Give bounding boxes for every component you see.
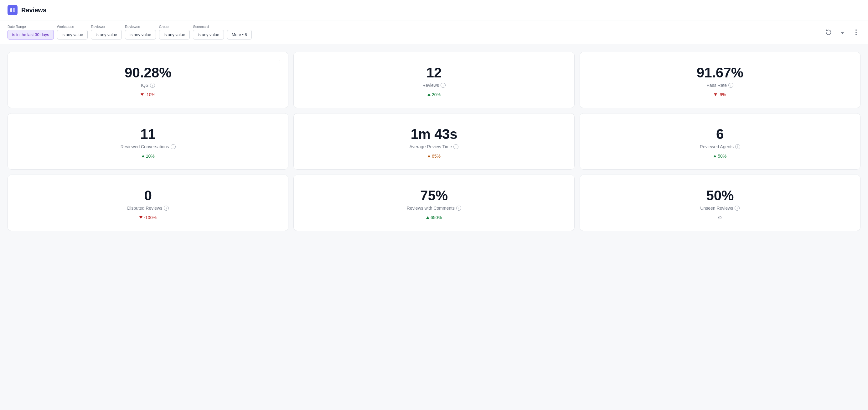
metric-change: ∅ [718,215,722,220]
metric-card: 75% Reviews with Comments i 650% [293,175,574,231]
metric-card: 11 Reviewed Conversations i 10% [7,113,288,170]
reviewer-label: Reviewer [91,25,122,29]
group-label: Group [159,25,190,29]
metric-label-text: Reviewed Conversations [121,144,169,149]
metric-value: 90.28% [125,65,171,80]
trend-down-icon [714,93,717,96]
trend-down-icon [141,93,144,96]
metric-value: 75% [420,188,448,203]
more-actions-button[interactable] [852,28,861,37]
metric-change: 65% [427,154,441,158]
filter-reviewee-group: Reviewee is any value [125,25,156,39]
date-range-filter[interactable]: is in the last 30 days [7,30,54,39]
svg-rect-1 [13,8,15,10]
metric-card: 91.67% Pass Rate i -9% [580,52,861,108]
metric-label-text: Pass Rate [707,83,727,88]
change-value: ∅ [718,215,722,220]
info-icon[interactable]: i [735,206,740,211]
metric-value: 1m 43s [410,127,457,142]
change-value: -10% [145,92,155,97]
metric-label-text: Unseen Reviews [700,206,733,211]
scorecard-label: Scorecard [193,25,224,29]
metric-change: 20% [427,92,441,97]
svg-rect-2 [13,10,15,12]
group-filter[interactable]: is any value [159,30,190,39]
metric-label: Reviews i [423,83,445,88]
workspace-label: Workspace [57,25,88,29]
info-icon[interactable]: i [170,144,176,149]
info-icon[interactable]: i [454,144,458,149]
trend-up-icon [426,216,429,219]
more-filters-button[interactable]: More • 8 [227,30,252,39]
workspace-filter[interactable]: is any value [57,30,88,39]
svg-rect-0 [10,8,12,12]
metric-card: 12 Reviews i 20% [293,52,574,108]
svg-point-6 [856,29,857,31]
page-title: Reviews [21,7,46,14]
metric-change: 10% [142,154,155,158]
trend-down-icon [140,216,143,219]
metric-label-text: IQS [141,83,148,88]
metric-value: 0 [144,188,152,203]
metrics-grid: ⋮ 90.28% IQS i -10% 12 Reviews i 20% 91.… [7,52,861,231]
metric-label: IQS i [141,83,155,88]
metric-label-text: Reviewed Agents [700,144,734,149]
trend-up-icon [427,93,431,96]
filter-bar: Date Range is in the last 30 days Worksp… [0,20,868,44]
metric-value: 6 [716,127,724,142]
metric-label: Reviewed Agents i [700,144,740,149]
filter-toggle-button[interactable] [838,28,847,37]
trend-up-icon [713,155,716,157]
filter-workspace-group: Workspace is any value [57,25,88,39]
info-icon[interactable]: i [441,83,445,88]
svg-point-7 [856,32,857,33]
info-icon[interactable]: i [728,83,733,88]
change-value: 50% [718,154,726,158]
filter-scorecard-group: Scorecard is any value [193,25,224,39]
filter-actions [824,28,861,37]
change-value: 65% [432,154,441,158]
metric-card: 1m 43s Average Review Time i 65% [293,113,574,170]
metric-change: -10% [141,92,155,97]
reviewee-filter[interactable]: is any value [125,30,156,39]
sidebar-toggle-icon[interactable] [7,5,18,15]
filter-date-range-group: Date Range is in the last 30 days [7,25,54,39]
metric-label: Reviews with Comments i [407,206,461,211]
info-icon[interactable]: i [150,83,155,88]
filter-group-group: Group is any value [159,25,190,39]
main-content: ⋮ 90.28% IQS i -10% 12 Reviews i 20% 91.… [0,44,868,238]
info-icon[interactable]: i [164,206,169,211]
metric-change: -9% [714,92,726,97]
change-value: 650% [431,215,442,220]
metric-label-text: Average Review Time [410,144,452,149]
change-value: 20% [432,92,441,97]
metric-label-text: Reviews with Comments [407,206,455,211]
metric-label-text: Disputed Reviews [127,206,162,211]
change-value: -100% [144,215,156,220]
trend-up-icon [142,155,145,157]
reviewer-filter[interactable]: is any value [91,30,122,39]
info-icon[interactable]: i [456,206,461,211]
metric-label: Disputed Reviews i [127,206,169,211]
metric-card: 0 Disputed Reviews i -100% [7,175,288,231]
metric-card: 50% Unseen Reviews i ∅ [580,175,861,231]
metric-card: 6 Reviewed Agents i 50% [580,113,861,170]
metric-label: Pass Rate i [707,83,734,88]
metric-change: 50% [713,154,726,158]
card-menu-button[interactable]: ⋮ [277,56,283,63]
metric-change: -100% [140,215,156,220]
metric-value: 12 [427,65,442,80]
metric-change: 650% [426,215,442,220]
metric-card: ⋮ 90.28% IQS i -10% [7,52,288,108]
filter-reviewer-group: Reviewer is any value [91,25,122,39]
page-header: Reviews [0,0,868,20]
scorecard-filter[interactable]: is any value [193,30,224,39]
metric-label: Reviewed Conversations i [121,144,176,149]
reviewee-label: Reviewee [125,25,156,29]
date-range-label: Date Range [7,25,54,29]
svg-point-8 [856,34,857,35]
metric-value: 50% [706,188,734,203]
refresh-button[interactable] [824,28,833,37]
metric-label: Average Review Time i [410,144,459,149]
info-icon[interactable]: i [735,144,740,149]
